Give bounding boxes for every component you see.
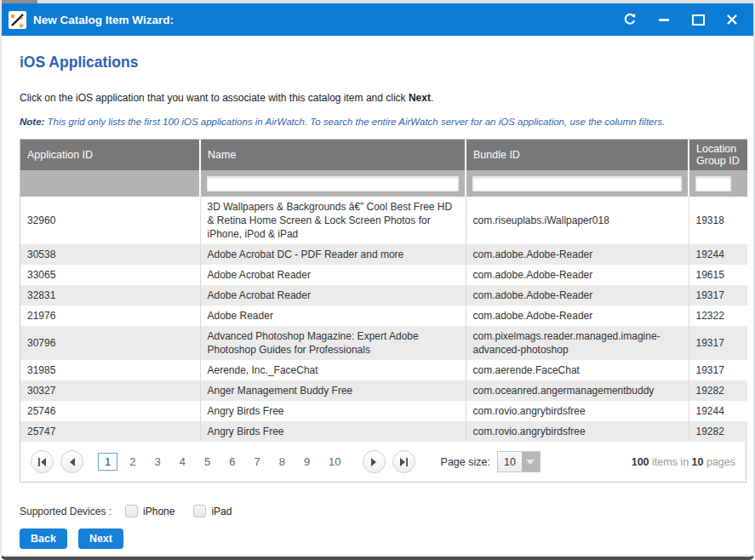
window-top-edge-segment [2, 0, 37, 3]
pager-pages: 12345678910 [95, 453, 351, 471]
page-size-value: 10 [498, 452, 522, 471]
column-header-name[interactable]: Name [200, 140, 466, 170]
maximize-icon [692, 14, 705, 26]
pager-page-3[interactable]: 3 [147, 453, 167, 471]
device-option-label: iPad [211, 506, 232, 517]
cell-bundle-id: com.aerende.FaceChat [466, 360, 689, 380]
pager-page-4[interactable]: 4 [173, 453, 192, 471]
window-top-edge [2, 0, 753, 3]
pager: 12345678910 Page size: 10 [20, 442, 746, 482]
checkbox-ipad[interactable] [193, 505, 206, 517]
table-row[interactable]: 21976Adobe Readercom.adobe.Adobe-Reader1… [20, 306, 747, 326]
previous-page-icon [69, 458, 76, 466]
cell-location-group-id: 19318 [689, 197, 747, 244]
table-row[interactable]: 30538Adobe Acrobat DC - PDF Reader and m… [20, 244, 747, 265]
page-size-dropdown[interactable]: 10 [497, 451, 541, 472]
minimize-button[interactable] [653, 9, 675, 30]
column-header-location-group-id[interactable]: Location Group ID [689, 140, 747, 170]
pager-last-button[interactable] [392, 450, 415, 473]
next-button[interactable]: Next [78, 529, 123, 549]
checkbox-iphone[interactable] [125, 505, 138, 517]
cell-name: Advanced Photoshop Magazine: Expert Adob… [200, 326, 466, 360]
cell-bundle-id: com.riseuplabs.iWallpaper018 [466, 197, 689, 244]
refresh-icon [623, 13, 637, 26]
table-row[interactable]: 329603D Wallpapers & Backgrounds â€” Coo… [20, 197, 747, 244]
cell-location-group-id: 19244 [689, 244, 747, 265]
column-header-application-id[interactable]: Application ID [20, 140, 200, 170]
pager-page-2[interactable]: 2 [123, 453, 142, 471]
maximize-button[interactable] [687, 9, 709, 30]
cell-bundle-id: com.adobe.Adobe-Reader [466, 244, 689, 265]
table-row[interactable]: 25747Angry Birds Freecom.rovio.angrybird… [20, 421, 747, 442]
filter-input-bundle-id[interactable] [472, 176, 682, 191]
cell-name: Adobe Reader [200, 306, 466, 326]
cell-location-group-id: 19317 [689, 360, 747, 380]
note-body: This grid only lists the first 100 iOS a… [44, 117, 665, 127]
pager-prev-button[interactable] [60, 450, 83, 473]
pager-page-7[interactable]: 7 [247, 453, 266, 471]
device-options: iPhoneiPad [125, 505, 250, 517]
refresh-button[interactable] [619, 9, 641, 30]
wizard-icon: ★ ★ ★ [9, 11, 26, 29]
table-row[interactable]: 30327Anger Management Buddy Freecom.ocea… [20, 380, 747, 401]
pager-page-current[interactable]: 1 [98, 453, 117, 471]
cell-name: Adobe Acrobat DC - PDF Reader and more [200, 244, 466, 265]
page-title: iOS Applications [20, 54, 742, 71]
window-title: New Catalog Item Wizard: [33, 14, 619, 26]
filter-cell-application-id [20, 170, 200, 197]
pager-page-5[interactable]: 5 [197, 453, 217, 471]
table-row[interactable]: 31985Aerende, Inc._FaceChatcom.aerende.F… [20, 360, 747, 380]
first-page-icon [37, 458, 47, 466]
close-icon [727, 14, 737, 25]
cell-location-group-id: 19282 [689, 421, 747, 442]
pager-page-9[interactable]: 9 [297, 453, 317, 471]
cell-name: Aerende, Inc._FaceChat [200, 360, 466, 380]
cell-app-id: 25746 [20, 401, 200, 421]
pages-text: pages [703, 456, 735, 468]
cell-app-id: 30327 [20, 380, 200, 401]
cell-name: Angry Birds Free [200, 421, 466, 442]
grid-header-row: Application ID Name Bundle ID Location G… [20, 140, 747, 170]
close-button[interactable] [721, 9, 743, 30]
cell-name: Anger Management Buddy Free [200, 380, 466, 401]
applications-grid: Application ID Name Bundle ID Location G… [20, 139, 746, 483]
table-row[interactable]: 25746Angry Birds Freecom.rovio.angrybird… [20, 401, 747, 421]
pager-next-button[interactable] [363, 450, 386, 473]
column-header-bundle-id[interactable]: Bundle ID [466, 140, 689, 170]
pager-page-10[interactable]: 10 [322, 453, 347, 471]
pager-page-8[interactable]: 8 [272, 453, 292, 471]
title-bar: ★ ★ ★ New Catalog Item Wizard: [2, 3, 753, 36]
page-size-dropdown-button[interactable] [522, 452, 540, 471]
pager-first-button[interactable] [31, 450, 54, 473]
pager-page-6[interactable]: 6 [222, 453, 242, 471]
cell-location-group-id: 12322 [689, 306, 747, 326]
cell-app-id: 30538 [20, 244, 200, 265]
cell-name: 3D Wallpapers & Backgrounds â€” Cool Bes… [200, 197, 466, 244]
cell-name: Adobe Acrobat Reader [200, 285, 466, 306]
pager-summary: 100 items in 10 pages [632, 456, 735, 468]
page-size-label: Page size: [441, 456, 490, 468]
cell-bundle-id: com.adobe.Adobe-Reader [466, 285, 689, 306]
back-button[interactable]: Back [20, 529, 67, 549]
cell-app-id: 21976 [20, 306, 200, 326]
cell-bundle-id: com.rovio.angrybirdsfree [466, 421, 689, 442]
cell-location-group-id: 19244 [689, 401, 747, 421]
cell-location-group-id: 19317 [689, 285, 747, 306]
table-row[interactable]: 30796Advanced Photoshop Magazine: Expert… [20, 326, 747, 360]
last-page-icon [399, 458, 409, 466]
table-row[interactable]: 32831Adobe Acrobat Readercom.adobe.Adobe… [20, 285, 747, 306]
instruction-prefix: Click on the iOS application that you wa… [20, 92, 409, 104]
device-option-label: iPhone [143, 506, 174, 517]
filter-input-location-group-id[interactable] [695, 176, 731, 191]
filter-input-name[interactable] [207, 176, 459, 191]
note-label: Note: [20, 117, 44, 127]
grid-body: 329603D Wallpapers & Backgrounds â€” Coo… [20, 197, 747, 442]
svg-text:★: ★ [9, 12, 16, 20]
supported-devices-row: Supported Devices : iPhoneiPad [20, 505, 742, 517]
minimize-icon [659, 19, 669, 21]
cell-bundle-id: com.adobe.Adobe-Reader [466, 306, 689, 326]
note-text: Note: This grid only lists the first 100… [20, 117, 742, 127]
cell-app-id: 30796 [20, 326, 200, 360]
cell-bundle-id: com.rovio.angrybirdsfree [466, 401, 689, 421]
table-row[interactable]: 33065Adobe Acrobat Readercom.adobe.Adobe… [20, 265, 747, 285]
